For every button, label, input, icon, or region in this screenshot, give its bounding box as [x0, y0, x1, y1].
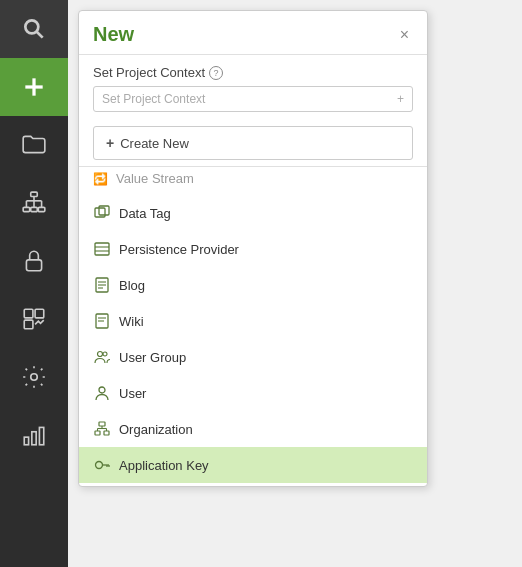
svg-rect-23	[95, 243, 109, 255]
blog-label: Blog	[119, 278, 145, 293]
new-panel: New × Set Project Context ? Set Project …	[78, 10, 428, 487]
wiki-label: Wiki	[119, 314, 144, 329]
lock-icon	[21, 248, 47, 274]
value-stream-label: Value Stream	[116, 171, 194, 186]
sidebar	[0, 0, 68, 567]
list-item-application-key[interactable]: Application Key	[79, 447, 427, 483]
svg-point-17	[31, 374, 38, 381]
sidebar-item-analytics[interactable]	[0, 406, 68, 464]
svg-rect-13	[26, 260, 41, 271]
svg-rect-19	[32, 432, 36, 445]
search-icon	[21, 16, 47, 42]
svg-rect-38	[104, 431, 109, 435]
folder-icon	[21, 132, 47, 158]
application-key-icon	[93, 456, 111, 474]
list-item-blog[interactable]: Blog	[79, 267, 427, 303]
svg-rect-37	[95, 431, 100, 435]
list-item-data-tag[interactable]: Data Tag	[79, 195, 427, 231]
sidebar-item-new[interactable]	[0, 58, 68, 116]
create-new-button[interactable]: + Create New	[93, 126, 413, 160]
svg-point-43	[96, 462, 103, 469]
organization-icon	[93, 420, 111, 438]
svg-rect-6	[31, 207, 38, 211]
list-item-localization-table[interactable]: Localization Table	[79, 483, 427, 486]
value-stream-icon: 🔁	[93, 172, 108, 186]
svg-rect-5	[23, 207, 30, 211]
chart-icon	[21, 422, 47, 448]
user-group-label: User Group	[119, 350, 186, 365]
list-item-user-group[interactable]: User Group	[79, 339, 427, 375]
svg-rect-36	[99, 422, 105, 426]
sidebar-item-dashboard[interactable]	[0, 290, 68, 348]
project-context-placeholder: Set Project Context	[102, 92, 205, 106]
svg-rect-4	[31, 192, 38, 196]
project-context-section: Set Project Context ? Set Project Contex…	[79, 55, 427, 122]
svg-line-1	[37, 32, 43, 38]
main-content: New × Set Project Context ? Set Project …	[68, 0, 522, 567]
svg-point-0	[25, 20, 38, 33]
organization-label: Organization	[119, 422, 193, 437]
list-item-persistence-provider[interactable]: Persistence Provider	[79, 231, 427, 267]
create-new-label: Create New	[120, 136, 189, 151]
list-item-value-stream[interactable]: 🔁 Value Stream	[79, 167, 427, 195]
svg-rect-7	[38, 207, 45, 211]
user-group-icon	[93, 348, 111, 366]
panel-header: New ×	[79, 11, 427, 55]
svg-rect-16	[24, 320, 33, 329]
sidebar-item-search[interactable]	[0, 0, 68, 58]
user-icon	[93, 384, 111, 402]
svg-point-35	[99, 387, 105, 393]
data-tag-label: Data Tag	[119, 206, 171, 221]
svg-rect-20	[39, 427, 43, 444]
list-item-user[interactable]: User	[79, 375, 427, 411]
project-context-plus[interactable]: +	[397, 92, 404, 106]
plus-icon	[21, 74, 47, 100]
svg-rect-14	[24, 309, 33, 318]
svg-rect-18	[24, 437, 28, 445]
wiki-icon	[93, 312, 111, 330]
gear-icon	[21, 364, 47, 390]
dashboard-icon	[21, 306, 47, 332]
user-label: User	[119, 386, 146, 401]
svg-point-34	[103, 352, 107, 356]
close-button[interactable]: ×	[396, 25, 413, 45]
persistence-provider-label: Persistence Provider	[119, 242, 239, 257]
persistence-provider-icon	[93, 240, 111, 258]
project-context-input[interactable]: Set Project Context +	[93, 86, 413, 112]
project-context-text: Set Project Context	[93, 65, 205, 80]
project-context-label: Set Project Context ?	[93, 65, 413, 80]
sidebar-item-lock[interactable]	[0, 232, 68, 290]
list-item-organization[interactable]: Organization	[79, 411, 427, 447]
panel-title: New	[93, 23, 134, 46]
create-new-plus-icon: +	[106, 135, 114, 151]
sidebar-item-hierarchy[interactable]	[0, 174, 68, 232]
sidebar-item-folder[interactable]	[0, 116, 68, 174]
svg-point-33	[98, 352, 103, 357]
application-key-label: Application Key	[119, 458, 209, 473]
svg-rect-15	[35, 309, 44, 318]
list-item-wiki[interactable]: Wiki	[79, 303, 427, 339]
items-list: 🔁 Value Stream Data Tag Persistence Prov…	[79, 166, 427, 486]
help-icon[interactable]: ?	[209, 66, 223, 80]
sidebar-item-settings[interactable]	[0, 348, 68, 406]
data-tag-icon	[93, 204, 111, 222]
blog-icon	[93, 276, 111, 294]
hierarchy-icon	[21, 190, 47, 216]
